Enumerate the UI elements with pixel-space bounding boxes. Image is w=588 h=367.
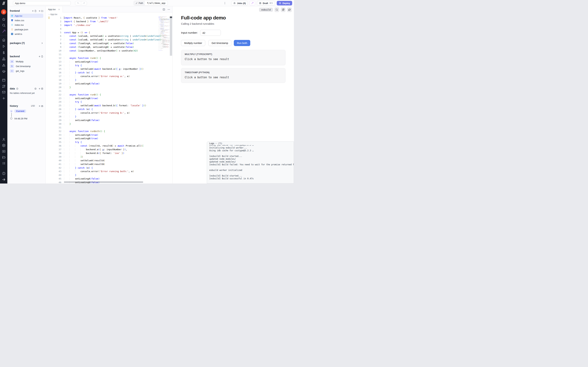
- runnable-item-a[interactable]: aMultiply: [10, 59, 43, 64]
- code-line: 21: [46, 89, 172, 93]
- mail-icon[interactable]: [2, 90, 6, 94]
- user-icon[interactable]: [2, 137, 6, 141]
- logs-header[interactable]: Logs (75): [207, 142, 294, 145]
- add-plus-icon[interactable]: [2, 96, 6, 100]
- input-number-field[interactable]: [200, 30, 221, 36]
- path-value: f/all/demo_app: [145, 1, 168, 5]
- code-line: 3import './index.css': [46, 24, 172, 27]
- code-line: 6 const [valueA, setValueA] = useState<s…: [46, 34, 172, 38]
- code-line: 38 backend.b({ format: 'iso' }): [46, 151, 172, 155]
- runnable-badge: a: [10, 60, 14, 63]
- code-line: 30 }: [46, 122, 172, 126]
- help-icon[interactable]: [2, 171, 6, 175]
- learn-graduation-icon[interactable]: [2, 69, 6, 73]
- log-line: [209, 166, 294, 169]
- code-line: 7 const [valueB, setValueB] = useState<s…: [46, 38, 172, 42]
- log-line: updated node_modules/: [209, 158, 294, 160]
- runnable-item-b[interactable]: bGet timestamp: [10, 64, 43, 68]
- code-line: 13 setLoadingA(true): [46, 60, 172, 64]
- ai-assistant-button[interactable]: [250, 1, 255, 5]
- log-line: Using idb cache for csstype@3.2.3 …: [209, 149, 294, 152]
- preview-button-get-timestamp[interactable]: Get timestamp: [208, 40, 231, 46]
- top-toolbar: Path f/all/demo_app Jobs (0) Draft⌘S Dep…: [7, 0, 294, 6]
- input-number-label: Input number:: [181, 31, 198, 34]
- chevron-right-icon: [41, 42, 43, 44]
- apps-section-icon[interactable]: [1, 9, 6, 15]
- search-icon[interactable]: [2, 23, 6, 27]
- pencil-icon: [136, 2, 137, 4]
- result-card-value: Click a button to see result: [185, 76, 282, 79]
- tab-app-tsx[interactable]: App.tsx: [46, 6, 63, 12]
- app-name-input[interactable]: [13, 1, 71, 5]
- code-line: 37 backend.a({ x: inputNumber }),: [46, 148, 172, 151]
- path-chip[interactable]: Path f/all/demo_app: [134, 1, 168, 5]
- add-file-button[interactable]: [32, 10, 37, 12]
- file-item-package-json[interactable]: package.json: [10, 27, 43, 32]
- result-card-value: Click a button to see result: [185, 58, 282, 61]
- version-timestamp[interactable]: 04:48:29 PM: [14, 117, 27, 120]
- preview-button-run-both[interactable]: Run both: [234, 40, 250, 46]
- split-editor-icon[interactable]: [162, 8, 165, 11]
- more-menu-icon[interactable]: [223, 1, 227, 5]
- file-item-app-tsx[interactable]: App.tsx: [10, 14, 43, 18]
- variables-dollar-icon[interactable]: [2, 50, 6, 54]
- close-tab-icon[interactable]: [58, 8, 60, 10]
- packages-section-header[interactable]: packages (7): [10, 42, 43, 44]
- favorites-icon[interactable]: [2, 17, 6, 21]
- open-external-icon[interactable]: [281, 7, 286, 12]
- workers-icon[interactable]: [2, 149, 6, 153]
- ts-file-icon: TS: [11, 33, 13, 35]
- expand-rail-arrow-icon[interactable]: [2, 177, 6, 181]
- bug-icon: [233, 2, 236, 4]
- previous-version-marker[interactable]: [10, 117, 12, 119]
- prism-icon[interactable]: [2, 63, 6, 67]
- runnable-badge: b: [10, 65, 14, 68]
- jobs-button[interactable]: Jobs (0): [231, 1, 248, 5]
- history-count: 1/50: [31, 105, 35, 107]
- file-item-wmill-ts[interactable]: TSwmill.ts: [10, 32, 43, 36]
- editor-more-icon[interactable]: [167, 8, 170, 11]
- audit-logs-list-icon[interactable]: [2, 161, 6, 165]
- settings-gear-icon[interactable]: [2, 143, 6, 147]
- preview-button-multiply-number[interactable]: Multiply number: [181, 40, 205, 46]
- code-line: 16 } catch (e) {: [46, 71, 172, 75]
- redo-button[interactable]: [81, 1, 87, 5]
- add-folder-button[interactable]: [38, 10, 43, 12]
- add-database-button[interactable]: [38, 88, 43, 90]
- triggers-route-icon[interactable]: [2, 84, 6, 88]
- draft-button[interactable]: Draft⌘S: [257, 1, 275, 5]
- horizontal-scrollbar[interactable]: [64, 181, 158, 183]
- logs-output[interactable]: using idb cache for csstype@3.2.3 …Initi…: [207, 142, 294, 183]
- bundler-chip[interactable]: esbuild: [259, 8, 273, 12]
- undo-button[interactable]: [75, 1, 81, 5]
- refresh-icon[interactable]: [287, 7, 292, 12]
- log-line: [esbuild] Build started...: [209, 155, 294, 158]
- current-version-chip[interactable]: Current: [14, 109, 26, 113]
- home-icon[interactable]: [2, 38, 6, 42]
- add-runnable-button[interactable]: [38, 55, 43, 58]
- preview-app-subtitle: Calling 2 backend runnables: [181, 22, 286, 25]
- schedules-calendar-icon[interactable]: [2, 78, 6, 82]
- minimap[interactable]: import React, { useState } from 'react'i…: [159, 17, 170, 50]
- inspect-select-icon[interactable]: [274, 7, 279, 12]
- log-line: [209, 172, 294, 174]
- code-line: 26 } catch (e) {: [46, 108, 172, 111]
- runs-play-icon[interactable]: [2, 44, 6, 48]
- file-item-index-css[interactable]: 3index.css: [10, 18, 43, 22]
- resources-cubes-icon[interactable]: [2, 57, 6, 61]
- code-line: 11: [46, 53, 172, 56]
- windmill-logo-icon[interactable]: [1, 1, 6, 5]
- data-settings-gear-icon[interactable]: [34, 88, 37, 90]
- folders-icon[interactable]: [2, 155, 6, 159]
- ai-wand-icon[interactable]: [2, 29, 6, 33]
- code-line: 36 const [resultA, resultB] = await Prom…: [46, 144, 172, 148]
- vertical-scrollbar[interactable]: [170, 17, 172, 184]
- runnable-item-c[interactable]: cget_logs: [10, 69, 43, 73]
- file-item-index-tsx[interactable]: index.tsx: [10, 23, 43, 27]
- snapshot-camera-button[interactable]: [38, 105, 43, 107]
- code-area[interactable]: 1import React, { useState } from 'react'…: [46, 16, 172, 184]
- breadcrumb[interactable]: ›App.tsx: [46, 12, 172, 16]
- deploy-button[interactable]: Deploy: [277, 1, 292, 5]
- windmill-app-editor: Path f/all/demo_app Jobs (0) Draft⌘S Dep…: [0, 0, 294, 184]
- info-icon: [16, 88, 18, 90]
